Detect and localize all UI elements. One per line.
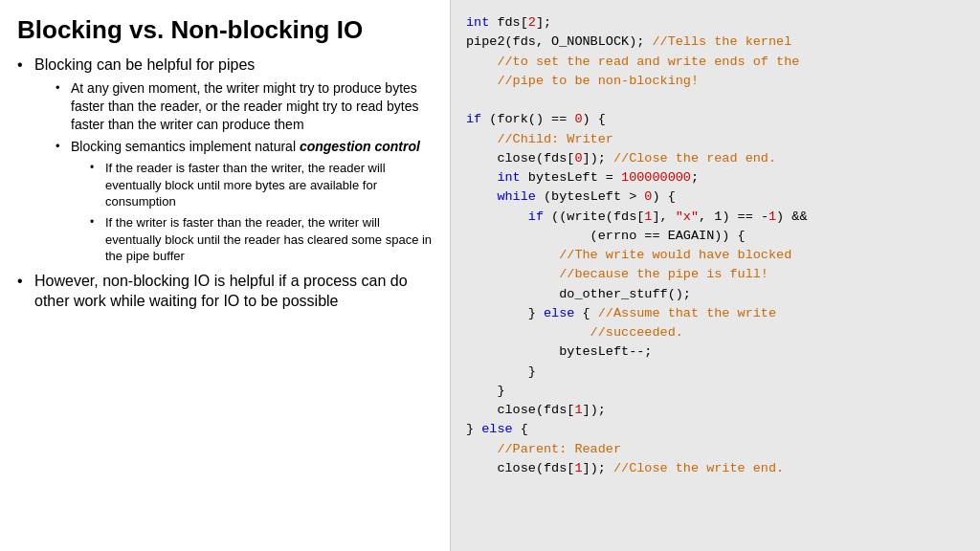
list-item-1: Blocking can be helpful for pipes At any… xyxy=(17,55,433,264)
code-block: int fds[2]; pipe2(fds, O_NONBLOCK); //Te… xyxy=(466,13,965,478)
sub-item-1-1: At any given moment, the writer might tr… xyxy=(56,79,433,134)
sub-list-1: At any given moment, the writer might tr… xyxy=(34,79,433,265)
right-panel: int fds[2]; pipe2(fds, O_NONBLOCK); //Te… xyxy=(451,0,980,551)
sub-sub-list-1: If the reader is faster than the writer,… xyxy=(71,160,433,264)
list-item-2: However, non-blocking IO is helpful if a… xyxy=(17,271,433,312)
sub-sub-item-1: If the reader is faster than the writer,… xyxy=(90,160,433,210)
sub-sub-item-2: If the writer is faster than the reader,… xyxy=(90,214,433,265)
main-title: Blocking vs. Non-blocking IO xyxy=(17,15,433,45)
sub-item-1-2: Blocking semantics implement natural con… xyxy=(56,138,433,264)
main-list: Blocking can be helpful for pipes At any… xyxy=(17,55,433,312)
left-panel: Blocking vs. Non-blocking IO Blocking ca… xyxy=(0,0,450,551)
list-item-1-text: Blocking can be helpful for pipes xyxy=(34,56,255,73)
